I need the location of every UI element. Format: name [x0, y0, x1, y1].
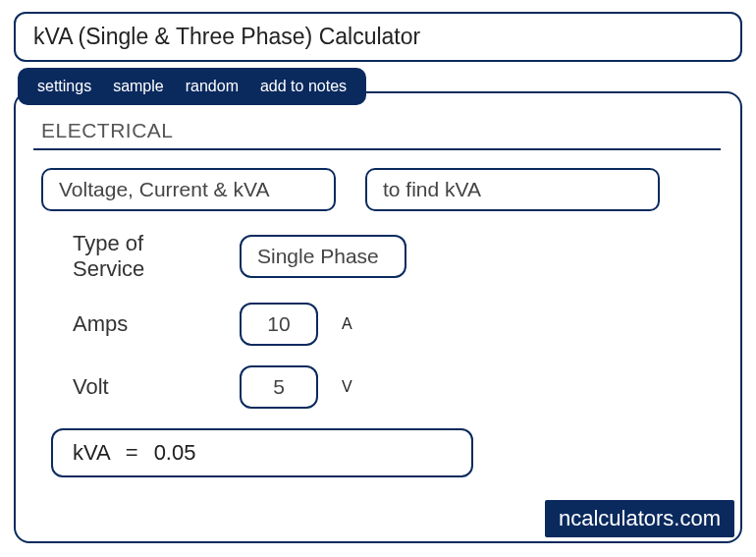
service-row: Type of Service Single Phase — [73, 231, 723, 283]
tab-random[interactable]: random — [186, 78, 239, 95]
equals-sign: = — [126, 440, 138, 465]
service-select[interactable]: Single Phase — [240, 235, 406, 278]
result-box: kVA = 0.05 — [51, 428, 473, 477]
tab-add-to-notes[interactable]: add to notes — [260, 78, 347, 95]
calculator-panel: ELECTRICAL Voltage, Current & kVA to fin… — [14, 91, 742, 543]
result-label: kVA — [73, 440, 110, 465]
volt-label: Volt — [73, 374, 220, 400]
tab-bar: settings sample random add to notes — [18, 68, 366, 105]
volt-unit: V — [342, 378, 352, 396]
tab-sample[interactable]: sample — [113, 78, 164, 95]
volt-input[interactable]: 5 — [240, 365, 318, 409]
mode-select[interactable]: Voltage, Current & kVA — [41, 168, 336, 211]
amps-input[interactable]: 10 — [240, 303, 318, 346]
tab-settings[interactable]: settings — [37, 78, 91, 95]
amps-unit: A — [342, 315, 352, 333]
result-value: 0.05 — [154, 440, 196, 465]
volt-row: Volt 5 V — [73, 365, 723, 409]
amps-label: Amps — [73, 311, 220, 337]
service-label: Type of Service — [73, 231, 220, 283]
amps-row: Amps 10 A — [73, 303, 723, 346]
section-heading: ELECTRICAL — [33, 115, 721, 150]
mode-selects-row: Voltage, Current & kVA to find kVA — [41, 168, 723, 211]
watermark: ncalculators.com — [545, 500, 734, 537]
page-title: kVA (Single & Three Phase) Calculator — [14, 12, 742, 62]
goal-select[interactable]: to find kVA — [365, 168, 660, 211]
